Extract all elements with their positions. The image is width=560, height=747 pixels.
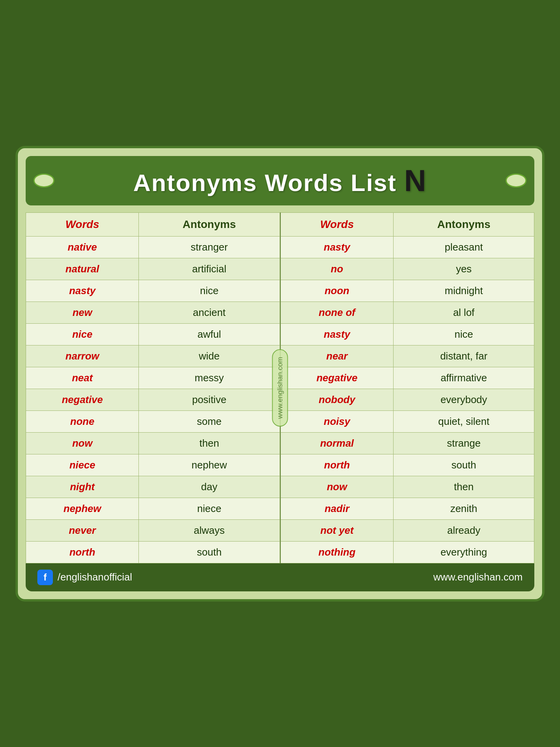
table-row: none some xyxy=(26,410,280,432)
tables-wrapper: Words Antonyms native stranger natural a… xyxy=(26,212,534,563)
antonym-cell: everything xyxy=(394,541,534,563)
table-row: none of al lof xyxy=(280,302,534,323)
footer-website: www.englishan.com xyxy=(433,571,523,583)
table-row: negative affirmative xyxy=(280,367,534,389)
facebook-label: /englishanofficial xyxy=(58,571,132,583)
table-row: noisy quiet, silent xyxy=(280,410,534,432)
antonym-cell: already xyxy=(394,519,534,541)
table-row: narrow wide xyxy=(26,345,280,367)
word-cell: noisy xyxy=(280,410,394,432)
table-row: new ancient xyxy=(26,302,280,323)
facebook-icon: f xyxy=(37,570,53,585)
title-text: Antonyms Words List xyxy=(133,169,404,196)
word-cell: now xyxy=(26,432,139,454)
table-row: north south xyxy=(280,454,534,476)
word-cell: natural xyxy=(26,258,139,280)
table-row: nasty nice xyxy=(26,280,280,302)
title-letter: N xyxy=(404,163,427,198)
antonym-cell: nephew xyxy=(139,454,280,476)
antonym-cell: then xyxy=(394,476,534,498)
word-cell: negative xyxy=(280,367,394,389)
antonym-cell: distant, far xyxy=(394,345,534,367)
word-cell: normal xyxy=(280,432,394,454)
antonym-cell: artificial xyxy=(139,258,280,280)
page-title: Antonyms Words List N xyxy=(133,163,427,198)
oval-right xyxy=(506,174,527,188)
antonym-cell: affirmative xyxy=(394,367,534,389)
table-row: native stranger xyxy=(26,236,280,258)
table-row: normal strange xyxy=(280,432,534,454)
antonym-cell: nice xyxy=(139,280,280,302)
word-cell: nasty xyxy=(26,280,139,302)
word-cell: not yet xyxy=(280,519,394,541)
antonym-cell: day xyxy=(139,476,280,498)
antonym-cell: wide xyxy=(139,345,280,367)
antonym-cell: nice xyxy=(394,323,534,345)
word-cell: never xyxy=(26,519,139,541)
table-row: negative positive xyxy=(26,389,280,410)
word-cell: nobody xyxy=(280,389,394,410)
table-row: nasty pleasant xyxy=(280,236,534,258)
antonym-cell: yes xyxy=(394,258,534,280)
table-row: now then xyxy=(280,476,534,498)
word-cell: nadir xyxy=(280,498,394,519)
table-row: never always xyxy=(26,519,280,541)
card: Antonyms Words List N Words Antonyms nat… xyxy=(16,146,544,601)
antonym-cell: messy xyxy=(139,367,280,389)
table-row: niece nephew xyxy=(26,454,280,476)
word-cell: none of xyxy=(280,302,394,323)
word-cell: nothing xyxy=(280,541,394,563)
antonym-cell: stranger xyxy=(139,236,280,258)
word-cell: negative xyxy=(26,389,139,410)
antonym-cell: south xyxy=(394,454,534,476)
word-cell: nice xyxy=(26,323,139,345)
table-row: no yes xyxy=(280,258,534,280)
table-row: nobody everybody xyxy=(280,389,534,410)
antonym-cell: strange xyxy=(394,432,534,454)
right-antonyms-header: Antonyms xyxy=(394,212,534,236)
word-cell: night xyxy=(26,476,139,498)
oval-left xyxy=(33,174,54,188)
table-row: not yet already xyxy=(280,519,534,541)
word-cell: north xyxy=(26,541,139,563)
word-cell: nasty xyxy=(280,323,394,345)
table-row: nice awful xyxy=(26,323,280,345)
footer-left: f /englishanofficial xyxy=(37,570,132,585)
word-cell: niece xyxy=(26,454,139,476)
table-row: now then xyxy=(26,432,280,454)
word-cell: neat xyxy=(26,367,139,389)
word-cell: noon xyxy=(280,280,394,302)
antonym-cell: then xyxy=(139,432,280,454)
table-row: noon midnight xyxy=(280,280,534,302)
word-cell: no xyxy=(280,258,394,280)
table-row: nasty nice xyxy=(280,323,534,345)
table-row: north south xyxy=(26,541,280,563)
antonym-cell: everybody xyxy=(394,389,534,410)
antonym-cell: always xyxy=(139,519,280,541)
antonym-cell: ancient xyxy=(139,302,280,323)
word-cell: north xyxy=(280,454,394,476)
table-row: neat messy xyxy=(26,367,280,389)
antonym-cell: zenith xyxy=(394,498,534,519)
word-cell: native xyxy=(26,236,139,258)
table-row: nadir zenith xyxy=(280,498,534,519)
word-cell: nephew xyxy=(26,498,139,519)
antonym-cell: positive xyxy=(139,389,280,410)
table-row: nephew niece xyxy=(26,498,280,519)
title-bar: Antonyms Words List N xyxy=(26,156,534,205)
antonym-cell: quiet, silent xyxy=(394,410,534,432)
antonym-cell: midnight xyxy=(394,280,534,302)
word-cell: narrow xyxy=(26,345,139,367)
word-cell: near xyxy=(280,345,394,367)
antonym-cell: some xyxy=(139,410,280,432)
table-row: near distant, far xyxy=(280,345,534,367)
word-cell: now xyxy=(280,476,394,498)
left-table: Words Antonyms native stranger natural a… xyxy=(26,212,280,563)
left-words-header: Words xyxy=(26,212,139,236)
table-row: night day xyxy=(26,476,280,498)
antonym-cell: niece xyxy=(139,498,280,519)
antonym-cell: al lof xyxy=(394,302,534,323)
antonym-cell: pleasant xyxy=(394,236,534,258)
left-antonyms-header: Antonyms xyxy=(139,212,280,236)
word-cell: new xyxy=(26,302,139,323)
